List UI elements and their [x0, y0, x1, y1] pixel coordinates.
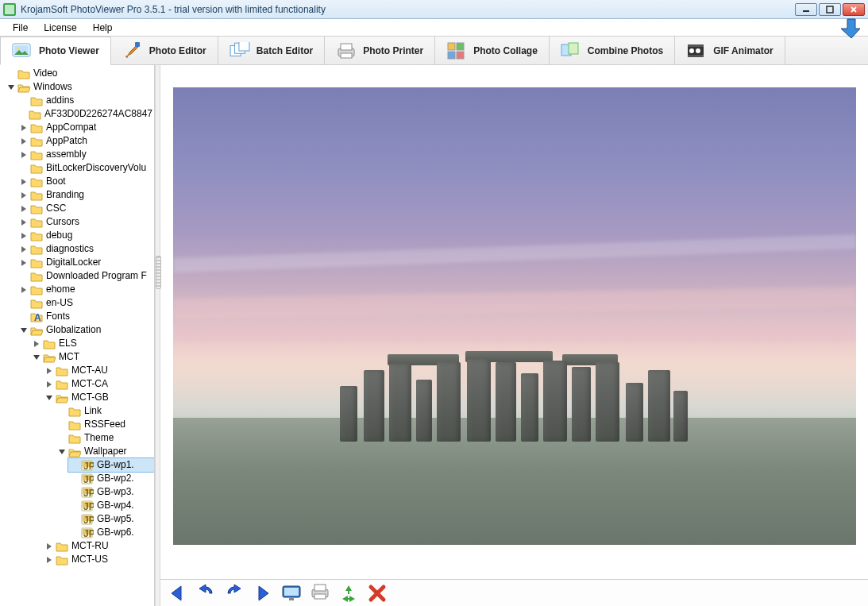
combine-icon	[561, 42, 581, 60]
tree-item-mct[interactable]: MCT	[30, 350, 154, 364]
collapse-icon[interactable]	[44, 393, 54, 403]
folder-icon	[30, 190, 43, 201]
tree-item-windows[interactable]: Windows	[5, 80, 154, 94]
collapse-icon[interactable]	[19, 326, 29, 335]
tab-photo-editor[interactable]: Photo Editor	[111, 37, 218, 64]
tree-item-wallpaper[interactable]: Wallpaper	[56, 445, 154, 458]
tree-item[interactable]: DigitalLocker	[17, 256, 154, 269]
tree-label: MCT-US	[70, 553, 108, 566]
recycle-button[interactable]	[338, 583, 359, 604]
tree-item[interactable]: ehome	[17, 283, 154, 296]
expand-icon[interactable]	[44, 366, 54, 376]
folder-icon	[30, 176, 43, 187]
collapse-icon[interactable]	[6, 83, 16, 92]
tree-item-globalization[interactable]: Globalization	[17, 323, 154, 337]
tree-item[interactable]: MCT-RU	[43, 539, 154, 553]
tree-item-video[interactable]: Video	[5, 67, 154, 80]
tree-item[interactable]: debug	[17, 229, 154, 242]
expand-icon[interactable]	[19, 191, 29, 200]
tab-combine-photos[interactable]: Combine Photos	[550, 37, 675, 64]
expand-icon[interactable]	[19, 285, 29, 295]
close-button[interactable]	[843, 3, 865, 16]
tree-item[interactable]: Fonts	[17, 310, 154, 323]
menu-license[interactable]: License	[36, 21, 84, 35]
folder-tree[interactable]: Video Windows addins AF33D0D226274AC8847…	[0, 65, 154, 568]
tree-item[interactable]: assembly	[17, 148, 154, 161]
tree-item[interactable]: RSSFeed	[56, 418, 154, 431]
tab-gif-animator[interactable]: GIF Animator	[675, 37, 785, 64]
tab-photo-viewer[interactable]: Photo Viewer	[0, 37, 111, 65]
tree-item[interactable]: BitLockerDiscoveryVolu	[17, 161, 154, 175]
prev-button[interactable]	[167, 583, 187, 604]
tab-label: Combine Photos	[588, 45, 663, 56]
tree-file[interactable]: GB-wp3.	[68, 485, 154, 499]
download-icon[interactable]	[841, 17, 862, 42]
tree-file-gbwp1[interactable]: GB-wp1.	[68, 458, 154, 472]
set-wallpaper-button[interactable]	[281, 583, 302, 604]
tree-item[interactable]: Downloaded Program F	[17, 269, 154, 283]
folder-icon	[17, 68, 30, 79]
tree-file[interactable]: GB-wp5.	[68, 512, 154, 526]
expand-icon[interactable]	[19, 218, 29, 227]
tree-item[interactable]: Branding	[17, 188, 154, 202]
folder-icon	[30, 271, 43, 282]
tree-item[interactable]: MCT-CA	[43, 377, 154, 391]
tree-label: Fonts	[44, 310, 70, 323]
collapse-icon[interactable]	[57, 447, 67, 457]
image-viewport[interactable]	[160, 65, 868, 579]
minimize-button[interactable]	[795, 3, 817, 16]
tree-item-mctgb[interactable]: MCT-GB	[43, 391, 154, 404]
tree-label: CSC	[44, 202, 66, 215]
expand-icon[interactable]	[19, 204, 29, 214]
tree-item[interactable]: AppPatch	[17, 134, 154, 148]
tree-item[interactable]: diagnostics	[17, 242, 154, 256]
folder-icon	[30, 149, 43, 160]
tree-item[interactable]: AppCompat	[17, 121, 154, 134]
expand-icon[interactable]	[19, 231, 29, 241]
collapse-icon[interactable]	[32, 353, 41, 362]
rotate-left-button[interactable]	[195, 583, 216, 604]
rotate-right-button[interactable]	[224, 583, 245, 604]
tree-file[interactable]: GB-wp6.	[68, 526, 154, 539]
expand-icon[interactable]	[32, 339, 41, 349]
expand-icon[interactable]	[44, 542, 54, 551]
tree-item[interactable]: Theme	[56, 431, 154, 445]
expand-icon[interactable]	[19, 258, 29, 268]
print-button[interactable]	[310, 583, 330, 604]
expand-icon[interactable]	[19, 137, 29, 146]
tree-item[interactable]: Link	[56, 404, 154, 418]
tree-item[interactable]: AF33D0D226274AC8847	[17, 107, 154, 121]
expand-icon[interactable]	[19, 245, 29, 254]
expand-icon[interactable]	[44, 555, 54, 565]
tree-item[interactable]: MCT-US	[43, 553, 154, 566]
tree-item[interactable]: addins	[17, 94, 154, 107]
delete-button[interactable]	[367, 583, 388, 604]
expand-icon[interactable]	[19, 123, 29, 133]
expand-icon[interactable]	[44, 380, 54, 389]
tree-item[interactable]: Cursors	[17, 215, 154, 229]
tree-item[interactable]: en-US	[17, 296, 154, 310]
next-button[interactable]	[253, 583, 273, 604]
tree-item[interactable]: Boot	[17, 175, 154, 188]
expand-icon[interactable]	[19, 150, 29, 160]
tree-file[interactable]: GB-wp4.	[68, 499, 154, 512]
tab-label: Photo Printer	[363, 45, 423, 56]
tree-label: MCT-AU	[70, 364, 108, 377]
tree-label: Branding	[44, 188, 84, 202]
folder-icon	[30, 217, 43, 228]
maximize-button[interactable]	[819, 3, 841, 16]
tree-label: DigitalLocker	[44, 256, 101, 269]
tree-item[interactable]: MCT-AU	[43, 364, 154, 377]
tab-photo-printer[interactable]: Photo Printer	[325, 37, 435, 64]
tree-file[interactable]: GB-wp2.	[68, 472, 154, 485]
menu-help[interactable]: Help	[85, 21, 121, 35]
expand-icon[interactable]	[19, 177, 29, 187]
tree-item[interactable]: ELS	[30, 337, 154, 350]
menu-file[interactable]: File	[5, 21, 36, 35]
tab-batch-editor[interactable]: Batch Editor	[218, 37, 325, 64]
tree-label: AppPatch	[44, 134, 87, 148]
tree-item[interactable]: CSC	[17, 202, 154, 215]
tab-photo-collage[interactable]: Photo Collage	[435, 37, 550, 64]
tree-label: GB-wp4.	[95, 499, 134, 512]
splitter[interactable]	[155, 65, 160, 606]
